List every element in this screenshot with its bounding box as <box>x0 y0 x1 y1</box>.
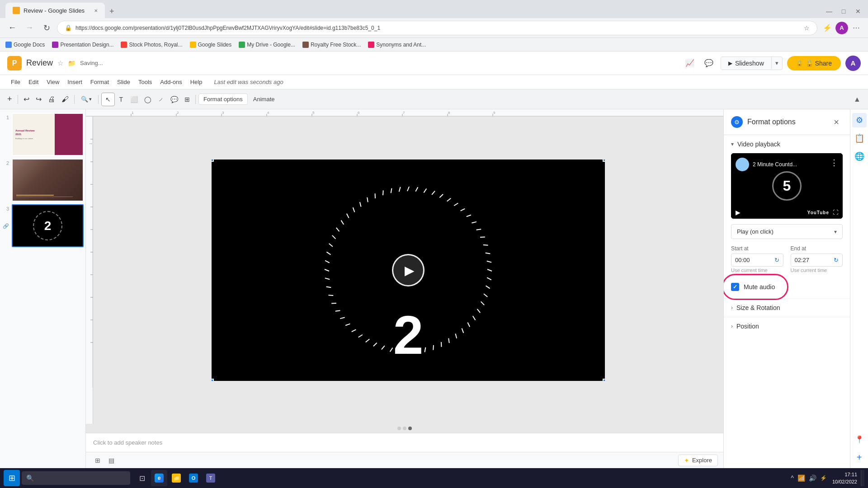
play-options-dropdown[interactable]: Play (on click) ▾ <box>731 224 843 239</box>
bookmark-star-icon[interactable]: ☆ <box>804 24 810 32</box>
speaker-notes[interactable]: Click to add speaker notes <box>86 433 723 452</box>
print-btn[interactable]: 🖨 <box>45 93 58 106</box>
sidebar-icon-1[interactable]: ⚙ <box>852 113 867 127</box>
shape-btn[interactable]: ◯ <box>142 93 154 106</box>
line-btn[interactable]: ⟋ <box>155 93 167 106</box>
handle-br[interactable] <box>603 379 605 381</box>
maximize-btn[interactable]: □ <box>837 6 850 16</box>
text-btn[interactable]: T <box>116 93 127 106</box>
zoom-btn[interactable]: 🔍 ▾ <box>77 93 95 106</box>
share-btn[interactable]: 🔒 🔒 Share <box>787 56 841 70</box>
new-tab-btn[interactable]: + <box>105 5 119 18</box>
animate-btn[interactable]: Animate <box>249 94 279 104</box>
slideshow-dropdown-btn[interactable]: ▾ <box>771 57 782 69</box>
start-time-input[interactable]: 00:00 ↻ <box>731 253 783 267</box>
undo-btn[interactable]: ↩ <box>21 93 32 106</box>
redo-btn[interactable]: ↪ <box>33 93 44 106</box>
slide-dot-3[interactable] <box>408 427 412 430</box>
menu-format[interactable]: Format <box>87 77 113 87</box>
menu-addons[interactable]: Add-ons <box>156 77 185 87</box>
forward-btn[interactable]: → <box>23 21 36 35</box>
grid-view-btn[interactable]: ⊞ <box>91 454 104 467</box>
mute-checkbox[interactable]: ✓ <box>731 283 739 291</box>
reload-btn[interactable]: ↻ <box>40 21 53 35</box>
video-playback-header[interactable]: ▾ Video playback <box>724 135 850 153</box>
slideshow-btn[interactable]: ▶ Slideshow <box>721 57 771 70</box>
taskbar-edge[interactable]: e <box>151 470 167 486</box>
handle-tl[interactable] <box>212 160 214 162</box>
sidebar-icon-2[interactable]: 📋 <box>852 131 867 145</box>
slide-thumb-1[interactable]: 1 Annual Review2021 Building on our valu… <box>2 113 84 156</box>
speaker-icon[interactable]: 🔊 <box>809 474 816 482</box>
sidebar-icon-4[interactable]: 📍 <box>852 432 867 446</box>
add-sidebar-icon[interactable]: + <box>852 450 867 465</box>
activity-btn[interactable]: 📈 <box>683 56 697 70</box>
more-tools-btn[interactable]: ⊞ <box>182 93 193 106</box>
battery-icon[interactable]: ⚡ <box>820 475 827 481</box>
taskbar-search[interactable]: 🔍 <box>22 471 130 485</box>
menu-help[interactable]: Help <box>187 77 206 87</box>
chevron-icon[interactable]: ^ <box>791 474 794 482</box>
yt-play-btn[interactable]: ▶ <box>736 209 741 216</box>
minimize-btn[interactable]: — <box>823 6 835 16</box>
menu-edit[interactable]: Edit <box>25 77 42 87</box>
size-rotation-section[interactable]: › Size & Rotation <box>724 298 850 317</box>
comment-btn[interactable]: 💬 <box>168 93 181 106</box>
position-section[interactable]: › Position <box>724 317 850 335</box>
close-btn[interactable]: ✕ <box>852 6 864 16</box>
favorite-icon[interactable]: ☆ <box>57 59 63 67</box>
slide-preview-2[interactable] <box>12 159 84 202</box>
slide-preview-3[interactable]: 2 <box>12 204 84 247</box>
address-bar[interactable]: 🔒 https://docs.google.com/presentation/d… <box>57 21 817 35</box>
bookmark-pres[interactable]: Presentation Design... <box>52 42 113 48</box>
active-tab[interactable]: Review - Google Slides × <box>5 3 105 18</box>
taskbar-teams[interactable]: T <box>203 470 219 486</box>
sidebar-icon-3[interactable]: 🌐 <box>852 149 867 164</box>
menu-tools[interactable]: Tools <box>135 77 156 87</box>
avatar[interactable]: A <box>845 56 861 71</box>
video-menu-icon[interactable]: ⋮ <box>830 158 838 168</box>
show-desktop-btn[interactable] <box>861 470 864 486</box>
end-refresh-icon[interactable]: ↻ <box>834 257 839 263</box>
taskbar-outlook[interactable]: O <box>185 470 202 486</box>
filmstrip-btn[interactable]: ▤ <box>105 454 118 467</box>
bookmark-syn[interactable]: Synonyms and Ant... <box>368 42 426 48</box>
play-btn[interactable]: ▶ <box>392 254 425 286</box>
profile-btn[interactable]: A <box>835 22 848 34</box>
image-btn[interactable]: ⬜ <box>127 93 141 106</box>
taskbar-file-explorer[interactable]: 📁 <box>168 470 184 486</box>
folder-icon[interactable]: 📁 <box>68 60 75 67</box>
video-thumbnail[interactable]: 2 Minute Countd... ⋮ 5 ▶ YouTube ⛶ <box>731 153 843 219</box>
bookmark-slides[interactable]: Google Slides <box>190 42 232 48</box>
extensions-btn[interactable]: ⚡ <box>821 22 834 34</box>
slide-canvas[interactable]: 2 ▶ <box>212 160 605 381</box>
handle-tr[interactable] <box>603 160 605 162</box>
menu-file[interactable]: File <box>7 77 24 87</box>
back-btn[interactable]: ← <box>5 21 19 35</box>
explore-btn[interactable]: ✦ Explore <box>678 455 718 466</box>
taskbar-task-view[interactable]: ⊡ <box>134 470 150 486</box>
slide-dot-2[interactable] <box>403 427 406 430</box>
paint-format-btn[interactable]: 🖌 <box>59 93 71 106</box>
slide-preview-1[interactable]: Annual Review2021 Building on our values <box>12 113 84 156</box>
end-time-input[interactable]: 02:27 ↻ <box>791 253 843 267</box>
bookmark-drive[interactable]: My Drive - Google... <box>239 42 295 48</box>
format-options-toolbar-btn[interactable]: Format options <box>198 94 248 105</box>
format-panel-close-btn[interactable]: × <box>830 116 843 128</box>
start-refresh-icon[interactable]: ↻ <box>774 257 779 263</box>
slide-thumb-2[interactable]: 2 <box>2 159 84 202</box>
tab-close-btn[interactable]: × <box>94 7 98 14</box>
bookmark-royalty[interactable]: Royalty Free Stock... <box>302 42 361 48</box>
menu-view[interactable]: View <box>43 77 63 87</box>
comments-btn[interactable]: 💬 <box>702 56 716 70</box>
taskbar-clock[interactable]: 17:11 10/02/2022 <box>832 471 857 486</box>
bookmark-stock[interactable]: Stock Photos, Royal... <box>121 42 182 48</box>
start-btn[interactable]: ⊞ <box>4 470 20 486</box>
more-btn[interactable]: ⋯ <box>850 22 863 34</box>
network-icon[interactable]: 📶 <box>797 474 805 482</box>
slide-dot-1[interactable] <box>397 427 401 430</box>
bookmark-google-docs[interactable]: Google Docs <box>5 42 45 48</box>
collapse-toolbar-btn[interactable]: ▲ <box>851 93 863 106</box>
slide-thumb-3[interactable]: 3 2 🔗 <box>2 204 84 247</box>
yt-fullscreen-icon[interactable]: ⛶ <box>833 209 838 216</box>
